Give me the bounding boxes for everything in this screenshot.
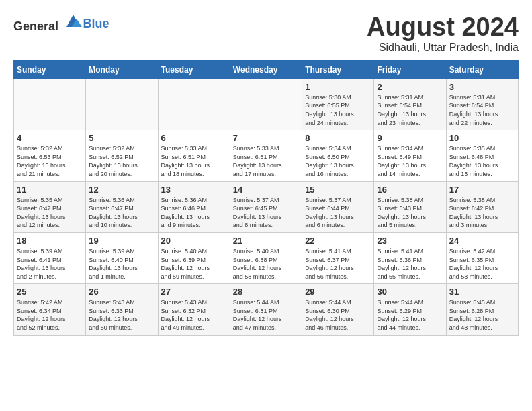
day-number: 13 (161, 185, 227, 195)
header-day-sunday: Sunday (14, 60, 86, 79)
calendar-cell: 5Sunrise: 5:32 AM Sunset: 6:52 PM Daylig… (86, 130, 158, 181)
day-number: 29 (305, 287, 371, 297)
day-info: Sunrise: 5:42 AM Sunset: 6:34 PM Dayligh… (17, 298, 83, 332)
day-number: 10 (449, 133, 515, 143)
header-day-monday: Monday (86, 60, 158, 79)
day-info: Sunrise: 5:40 AM Sunset: 6:38 PM Dayligh… (233, 247, 299, 281)
day-info: Sunrise: 5:41 AM Sunset: 6:36 PM Dayligh… (377, 247, 443, 281)
day-info: Sunrise: 5:31 AM Sunset: 6:54 PM Dayligh… (377, 93, 443, 127)
day-info: Sunrise: 5:33 AM Sunset: 6:51 PM Dayligh… (233, 144, 299, 178)
day-number: 3 (449, 82, 515, 92)
day-number: 1 (305, 82, 371, 92)
calendar-cell: 29Sunrise: 5:44 AM Sunset: 6:30 PM Dayli… (302, 284, 374, 335)
day-number: 18 (17, 236, 83, 246)
day-number: 9 (377, 133, 443, 143)
day-info: Sunrise: 5:33 AM Sunset: 6:51 PM Dayligh… (161, 144, 227, 178)
day-info: Sunrise: 5:35 AM Sunset: 6:47 PM Dayligh… (17, 196, 83, 230)
calendar-cell: 10Sunrise: 5:35 AM Sunset: 6:48 PM Dayli… (446, 130, 518, 181)
week-row-4: 18Sunrise: 5:39 AM Sunset: 6:41 PM Dayli… (14, 232, 519, 283)
calendar-cell: 18Sunrise: 5:39 AM Sunset: 6:41 PM Dayli… (14, 232, 86, 283)
header-day-saturday: Saturday (446, 60, 518, 79)
calendar-cell: 3Sunrise: 5:31 AM Sunset: 6:54 PM Daylig… (446, 79, 518, 130)
calendar-cell: 12Sunrise: 5:36 AM Sunset: 6:47 PM Dayli… (86, 181, 158, 232)
day-number: 5 (89, 133, 154, 143)
calendar-cell (86, 79, 158, 130)
logo-text: General (13, 13, 83, 34)
day-number: 20 (161, 236, 227, 246)
day-info: Sunrise: 5:31 AM Sunset: 6:54 PM Dayligh… (449, 93, 515, 127)
calendar-cell: 28Sunrise: 5:44 AM Sunset: 6:31 PM Dayli… (230, 284, 302, 335)
day-info: Sunrise: 5:42 AM Sunset: 6:35 PM Dayligh… (449, 247, 515, 281)
day-number: 4 (17, 133, 83, 143)
day-info: Sunrise: 5:32 AM Sunset: 6:53 PM Dayligh… (17, 144, 83, 178)
calendar-cell: 31Sunrise: 5:45 AM Sunset: 6:28 PM Dayli… (446, 284, 518, 335)
day-info: Sunrise: 5:34 AM Sunset: 6:50 PM Dayligh… (305, 144, 371, 178)
week-row-2: 4Sunrise: 5:32 AM Sunset: 6:53 PM Daylig… (14, 130, 519, 181)
day-info: Sunrise: 5:35 AM Sunset: 6:48 PM Dayligh… (449, 144, 515, 178)
day-info: Sunrise: 5:36 AM Sunset: 6:46 PM Dayligh… (161, 196, 227, 230)
day-number: 2 (377, 82, 443, 92)
header-day-friday: Friday (374, 60, 446, 79)
logo-blue: Blue (83, 17, 109, 30)
day-number: 28 (233, 287, 299, 297)
header-day-wednesday: Wednesday (230, 60, 302, 79)
day-number: 7 (233, 133, 299, 143)
calendar-cell: 21Sunrise: 5:40 AM Sunset: 6:38 PM Dayli… (230, 232, 302, 283)
calendar-cell: 23Sunrise: 5:41 AM Sunset: 6:36 PM Dayli… (374, 232, 446, 283)
calendar-body: 1Sunrise: 5:30 AM Sunset: 6:55 PM Daylig… (14, 79, 519, 335)
day-info: Sunrise: 5:44 AM Sunset: 6:29 PM Dayligh… (377, 298, 443, 332)
calendar-title: August 2024 (367, 13, 519, 42)
calendar-cell: 24Sunrise: 5:42 AM Sunset: 6:35 PM Dayli… (446, 232, 518, 283)
day-number: 12 (89, 185, 154, 195)
calendar-cell: 1Sunrise: 5:30 AM Sunset: 6:55 PM Daylig… (302, 79, 374, 130)
day-info: Sunrise: 5:39 AM Sunset: 6:40 PM Dayligh… (89, 247, 154, 281)
day-number: 30 (377, 287, 443, 297)
day-info: Sunrise: 5:39 AM Sunset: 6:41 PM Dayligh… (17, 247, 83, 281)
week-row-1: 1Sunrise: 5:30 AM Sunset: 6:55 PM Daylig… (14, 79, 519, 130)
day-info: Sunrise: 5:30 AM Sunset: 6:55 PM Dayligh… (305, 93, 371, 127)
day-info: Sunrise: 5:41 AM Sunset: 6:37 PM Dayligh… (305, 247, 371, 281)
day-number: 8 (305, 133, 371, 143)
day-number: 25 (17, 287, 83, 297)
day-info: Sunrise: 5:37 AM Sunset: 6:44 PM Dayligh… (305, 196, 371, 230)
calendar-cell: 22Sunrise: 5:41 AM Sunset: 6:37 PM Dayli… (302, 232, 374, 283)
day-number: 16 (377, 185, 443, 195)
logo: General Blue (13, 13, 109, 34)
day-number: 14 (233, 185, 299, 195)
calendar-cell: 2Sunrise: 5:31 AM Sunset: 6:54 PM Daylig… (374, 79, 446, 130)
day-number: 23 (377, 236, 443, 246)
calendar-cell: 30Sunrise: 5:44 AM Sunset: 6:29 PM Dayli… (374, 284, 446, 335)
calendar-cell: 13Sunrise: 5:36 AM Sunset: 6:46 PM Dayli… (158, 181, 230, 232)
week-row-3: 11Sunrise: 5:35 AM Sunset: 6:47 PM Dayli… (14, 181, 519, 232)
day-number: 21 (233, 236, 299, 246)
day-info: Sunrise: 5:43 AM Sunset: 6:32 PM Dayligh… (161, 298, 227, 332)
day-number: 6 (161, 133, 227, 143)
calendar-cell (230, 79, 302, 130)
day-number: 31 (449, 287, 515, 297)
calendar-cell: 19Sunrise: 5:39 AM Sunset: 6:40 PM Dayli… (86, 232, 158, 283)
day-number: 22 (305, 236, 371, 246)
day-number: 26 (89, 287, 154, 297)
calendar-header: SundayMondayTuesdayWednesdayThursdayFrid… (14, 60, 519, 79)
header-day-thursday: Thursday (302, 60, 374, 79)
calendar-cell: 4Sunrise: 5:32 AM Sunset: 6:53 PM Daylig… (14, 130, 86, 181)
day-info: Sunrise: 5:43 AM Sunset: 6:33 PM Dayligh… (89, 298, 154, 332)
day-info: Sunrise: 5:36 AM Sunset: 6:47 PM Dayligh… (89, 196, 154, 230)
day-number: 19 (89, 236, 154, 246)
day-info: Sunrise: 5:44 AM Sunset: 6:30 PM Dayligh… (305, 298, 371, 332)
calendar-cell: 26Sunrise: 5:43 AM Sunset: 6:33 PM Dayli… (86, 284, 158, 335)
logo-general: General (13, 19, 58, 33)
calendar-cell: 17Sunrise: 5:38 AM Sunset: 6:42 PM Dayli… (446, 181, 518, 232)
calendar-cell: 9Sunrise: 5:34 AM Sunset: 6:49 PM Daylig… (374, 130, 446, 181)
day-info: Sunrise: 5:44 AM Sunset: 6:31 PM Dayligh… (233, 298, 299, 332)
title-section: August 2024 Sidhauli, Uttar Pradesh, Ind… (367, 13, 519, 54)
day-info: Sunrise: 5:34 AM Sunset: 6:49 PM Dayligh… (377, 144, 443, 178)
calendar-cell: 11Sunrise: 5:35 AM Sunset: 6:47 PM Dayli… (14, 181, 86, 232)
day-info: Sunrise: 5:32 AM Sunset: 6:52 PM Dayligh… (89, 144, 154, 178)
day-info: Sunrise: 5:40 AM Sunset: 6:39 PM Dayligh… (161, 247, 227, 281)
header-day-tuesday: Tuesday (158, 60, 230, 79)
calendar-cell (14, 79, 86, 130)
logo-icon (63, 13, 83, 30)
day-number: 17 (449, 185, 515, 195)
calendar-cell: 8Sunrise: 5:34 AM Sunset: 6:50 PM Daylig… (302, 130, 374, 181)
